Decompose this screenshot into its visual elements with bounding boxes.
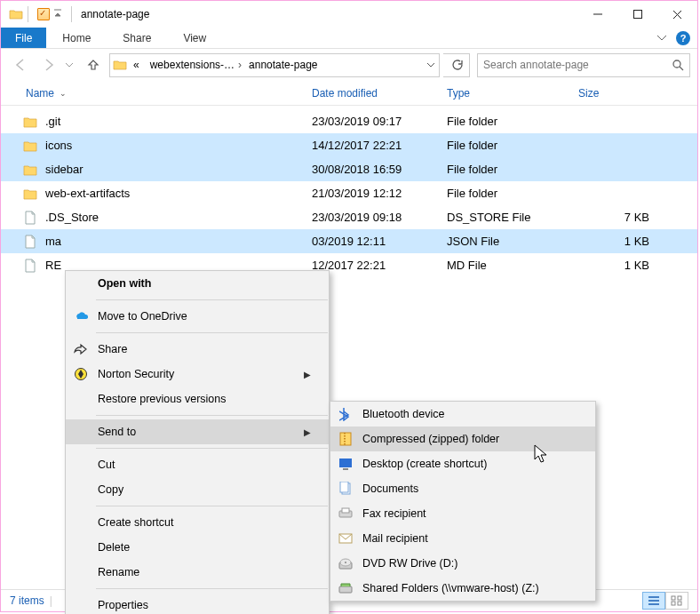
menu-delete[interactable]: Delete — [66, 535, 329, 560]
file-row[interactable]: sidebar30/08/2018 16:59File folder — [1, 157, 697, 181]
menu-create-shortcut[interactable]: Create shortcut — [66, 510, 329, 535]
forward-button[interactable] — [36, 53, 61, 77]
file-icon — [22, 234, 38, 250]
svg-rect-17 — [672, 602, 675, 605]
view-details-button[interactable] — [642, 592, 665, 610]
file-tab[interactable]: File — [1, 28, 46, 48]
sendto-fax[interactable]: Fax recipient — [330, 501, 595, 526]
svg-rect-5 — [343, 468, 348, 470]
maximize-button[interactable] — [617, 1, 657, 28]
svg-rect-4 — [339, 459, 352, 467]
bluetooth-icon — [338, 406, 354, 422]
sendto-compressed-folder[interactable]: Compressed (zipped) folder — [330, 427, 595, 451]
menu-copy[interactable]: Copy — [66, 477, 329, 502]
file-name: ma — [45, 235, 312, 248]
documents-icon — [338, 481, 354, 497]
file-name: .DS_Store — [45, 211, 312, 224]
status-item-count: 7 items — [10, 594, 44, 607]
folder-icon — [22, 114, 38, 130]
help-icon[interactable]: ? — [676, 31, 690, 45]
chevron-down-icon: ⌄ — [60, 89, 67, 98]
menu-norton-security[interactable]: Norton Security▶ — [66, 362, 329, 387]
col-size[interactable]: Size — [571, 81, 653, 105]
file-row[interactable]: web-ext-artifacts21/03/2019 12:12File fo… — [1, 181, 697, 205]
sendto-documents[interactable]: Documents — [330, 476, 595, 501]
refresh-button[interactable] — [443, 53, 470, 77]
view-large-icons-button[interactable] — [665, 592, 688, 610]
nav-bar: « webextensions-…› annotate-page Search … — [1, 49, 697, 81]
network-drive-icon — [338, 580, 354, 596]
share-tab[interactable]: Share — [107, 28, 167, 48]
file-date: 30/08/2018 16:59 — [312, 163, 447, 176]
menu-share[interactable]: Share — [66, 337, 329, 362]
file-date: 23/03/2019 09:18 — [312, 211, 447, 224]
breadcrumb-seg-1[interactable]: webextensions-…› — [147, 54, 245, 76]
svg-rect-14 — [339, 586, 352, 593]
col-date[interactable]: Date modified — [305, 81, 440, 105]
minimize-button[interactable] — [577, 1, 617, 28]
file-size: 1 KB — [578, 259, 649, 272]
home-tab[interactable]: Home — [46, 28, 107, 48]
column-headers: Name⌄ Date modified Type Size — [1, 81, 697, 106]
context-menu[interactable]: Open with Move to OneDrive Share Norton … — [65, 270, 330, 614]
sendto-mail[interactable]: Mail recipient — [330, 526, 595, 551]
file-row[interactable]: .git23/03/2019 09:17File folder — [1, 109, 697, 133]
view-tab[interactable]: View — [167, 28, 222, 48]
svg-rect-16 — [678, 596, 681, 600]
svg-rect-0 — [633, 11, 641, 19]
file-row[interactable]: .DS_Store23/03/2019 09:18DS_STORE File7 … — [1, 205, 697, 229]
svg-rect-7 — [340, 482, 348, 492]
svg-rect-9 — [342, 508, 349, 513]
menu-restore-versions[interactable]: Restore previous versions — [66, 387, 329, 411]
file-list[interactable]: .git23/03/2019 09:17File foldericons14/1… — [1, 106, 697, 277]
file-name: .git — [45, 115, 312, 128]
up-button[interactable] — [81, 53, 106, 77]
sendto-desktop[interactable]: Desktop (create shortcut) — [330, 451, 595, 476]
menu-send-to[interactable]: Send to▶ — [66, 419, 329, 444]
title-bar[interactable]: annotate-page — [1, 1, 697, 28]
sendto-submenu[interactable]: Bluetooth device Compressed (zipped) fol… — [330, 401, 596, 602]
col-name[interactable]: Name⌄ — [19, 81, 305, 105]
recent-locations-icon[interactable] — [65, 62, 77, 68]
file-name: web-ext-artifacts — [45, 187, 312, 200]
qat-dropdown-icon[interactable] — [52, 8, 64, 20]
file-date: 23/03/2019 09:17 — [312, 115, 447, 128]
col-type[interactable]: Type — [440, 81, 571, 105]
breadcrumb-seg-2[interactable]: annotate-page — [245, 54, 321, 76]
folder-icon — [22, 162, 38, 178]
svg-rect-15 — [672, 596, 675, 600]
search-box[interactable]: Search annotate-page — [477, 53, 690, 77]
menu-rename[interactable]: Rename — [66, 560, 329, 585]
folder-icon — [22, 138, 38, 154]
file-date: 21/03/2019 12:12 — [312, 187, 447, 200]
desktop-icon — [338, 456, 354, 472]
file-date: 12/2017 22:21 — [312, 259, 447, 272]
file-type: File folder — [447, 139, 578, 152]
folder-icon — [22, 186, 38, 202]
ribbon-expand-icon[interactable] — [656, 35, 667, 42]
qat-properties-icon[interactable] — [37, 8, 50, 20]
search-icon[interactable] — [672, 59, 684, 71]
breadcrumb-prefix[interactable]: « — [130, 54, 147, 76]
address-dropdown-icon[interactable] — [421, 62, 439, 68]
menu-open-with[interactable]: Open with — [66, 271, 329, 296]
explorer-window: annotate-page File Home Share View ? « w… — [0, 0, 698, 612]
file-date: 03/2019 12:11 — [312, 235, 447, 248]
onedrive-icon — [73, 308, 89, 324]
menu-properties[interactable]: Properties — [66, 593, 329, 614]
back-button[interactable] — [8, 53, 33, 77]
file-type: File folder — [447, 115, 578, 128]
file-type: JSON File — [447, 235, 578, 248]
fax-icon — [338, 506, 354, 522]
dvd-icon — [338, 555, 354, 571]
close-button[interactable] — [657, 1, 697, 28]
menu-move-to-onedrive[interactable]: Move to OneDrive — [66, 304, 329, 329]
sendto-dvd-drive[interactable]: DVD RW Drive (D:) — [330, 551, 595, 576]
file-row[interactable]: icons14/12/2017 22:21File folder — [1, 133, 697, 157]
menu-cut[interactable]: Cut — [66, 452, 329, 477]
address-bar[interactable]: « webextensions-…› annotate-page — [109, 53, 440, 77]
sendto-bluetooth[interactable]: Bluetooth device — [330, 402, 595, 427]
sendto-shared-folders[interactable]: Shared Folders (\\vmware-host) (Z:) — [330, 576, 595, 601]
file-row[interactable]: ma03/2019 12:11JSON File1 KB — [1, 229, 697, 253]
file-type: File folder — [447, 187, 578, 200]
